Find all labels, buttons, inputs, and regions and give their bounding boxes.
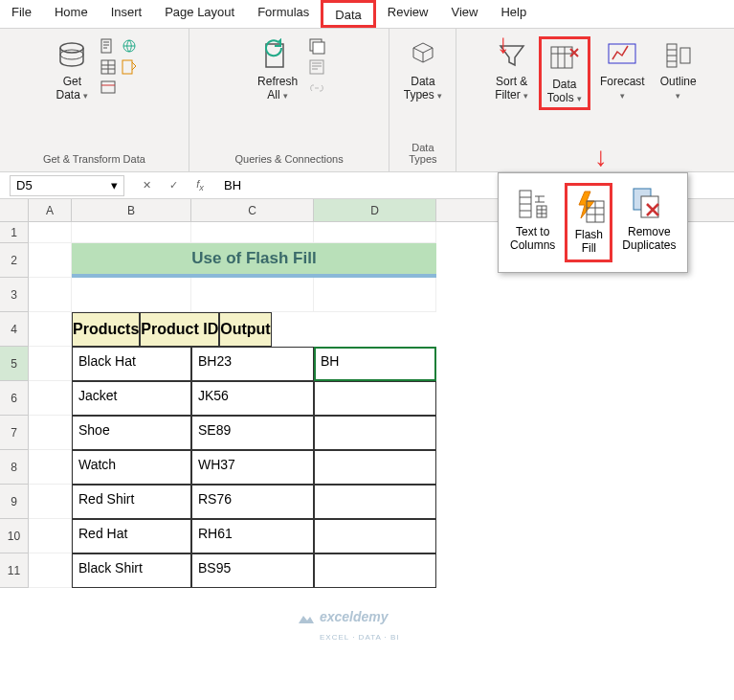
- cell-A11[interactable]: [29, 553, 72, 588]
- tab-home[interactable]: Home: [43, 0, 100, 28]
- title-cell[interactable]: Use of Flash Fill: [72, 243, 436, 278]
- enter-formula-icon[interactable]: ✓: [165, 177, 182, 194]
- outline-button[interactable]: Outline▾: [655, 36, 702, 104]
- chevron-down-icon: ▾: [577, 94, 582, 103]
- cell-B5[interactable]: Black Hat: [72, 347, 191, 381]
- cell-D7[interactable]: [314, 416, 436, 450]
- group-label-queries: Queries & Connections: [235, 153, 344, 168]
- tab-formulas[interactable]: Formulas: [246, 0, 321, 28]
- header-products[interactable]: Products: [72, 312, 140, 347]
- cell-D10[interactable]: [314, 519, 436, 553]
- cell-C11[interactable]: BS95: [191, 553, 314, 588]
- cell-D11[interactable]: [314, 553, 436, 588]
- edit-links-icon[interactable]: [307, 79, 326, 98]
- group-label-get-transform: Get & Transform Data: [43, 153, 145, 168]
- cell-C3[interactable]: [191, 278, 314, 312]
- cell-D6[interactable]: [314, 381, 436, 416]
- from-table-icon[interactable]: [99, 57, 118, 77]
- row-4: 4 Products Product ID Output: [0, 312, 734, 347]
- tab-review[interactable]: Review: [376, 0, 440, 28]
- header-output[interactable]: Output: [219, 312, 271, 347]
- properties-icon[interactable]: [307, 57, 326, 77]
- cell-D8[interactable]: [314, 450, 436, 485]
- cell-B1[interactable]: [72, 222, 191, 243]
- cell-C6[interactable]: JK56: [191, 381, 314, 416]
- row-header-6[interactable]: 6: [0, 381, 29, 416]
- cancel-formula-icon[interactable]: ✕: [138, 177, 155, 194]
- remove-duplicates-button[interactable]: RemoveDuplicates: [618, 183, 679, 262]
- cell-D3[interactable]: [314, 278, 436, 312]
- tab-pagelayout[interactable]: Page Layout: [153, 0, 246, 28]
- col-header-C[interactable]: C: [191, 199, 314, 221]
- svg-rect-9: [313, 42, 324, 54]
- row-header-7[interactable]: 7: [0, 416, 29, 450]
- cell-B6[interactable]: Jacket: [72, 381, 191, 416]
- select-all-corner[interactable]: [0, 199, 29, 221]
- cell-B8[interactable]: Watch: [72, 450, 191, 485]
- cell-A3[interactable]: [29, 278, 72, 312]
- cell-B9[interactable]: Red Shirt: [72, 485, 191, 519]
- cell-A6[interactable]: [29, 381, 72, 416]
- header-product-id[interactable]: Product ID: [140, 312, 219, 347]
- row-8: 8 Watch WH37: [0, 450, 734, 485]
- row-header-9[interactable]: 9: [0, 485, 29, 519]
- row-header-5[interactable]: 5: [0, 347, 29, 381]
- queries-connections-icon[interactable]: [307, 36, 326, 56]
- cell-A9[interactable]: [29, 485, 72, 519]
- cell-B7[interactable]: Shoe: [72, 416, 191, 450]
- cell-C1[interactable]: [191, 222, 314, 243]
- cell-D1[interactable]: [314, 222, 436, 243]
- ribbon: GetData ▾ Get & Transform Data: [0, 29, 734, 172]
- text-to-columns-button[interactable]: Text toColumns: [506, 183, 559, 262]
- cell-C10[interactable]: RH61: [191, 519, 314, 553]
- cell-B10[interactable]: Red Hat: [72, 519, 191, 553]
- cell-A5[interactable]: [29, 347, 72, 381]
- forecast-button[interactable]: Forecast▾: [594, 36, 651, 104]
- tab-data[interactable]: Data: [321, 0, 375, 28]
- cell-D5[interactable]: BH: [314, 347, 436, 381]
- row-header-8[interactable]: 8: [0, 450, 29, 485]
- row-header-10[interactable]: 10: [0, 519, 29, 553]
- sort-filter-button[interactable]: Sort &Filter ▾: [489, 36, 535, 104]
- get-data-label: GetData: [56, 75, 82, 102]
- row-header-11[interactable]: 11: [0, 553, 29, 588]
- col-header-B[interactable]: B: [72, 199, 191, 221]
- cell-B11[interactable]: Black Shirt: [72, 553, 191, 588]
- name-box[interactable]: D5 ▾: [10, 175, 124, 196]
- cell-A10[interactable]: [29, 519, 72, 553]
- data-tools-button[interactable]: DataTools ▾: [539, 36, 590, 110]
- cell-A8[interactable]: [29, 450, 72, 485]
- cell-A4[interactable]: [29, 312, 72, 347]
- watermark-subtext: EXCEL · DATA · BI: [320, 633, 400, 642]
- refresh-all-button[interactable]: RefreshAll ▾: [252, 36, 303, 104]
- formula-input[interactable]: [218, 176, 352, 194]
- cell-C9[interactable]: RS76: [191, 485, 314, 519]
- existing-connections-icon[interactable]: [99, 79, 118, 98]
- cell-D9[interactable]: [314, 485, 436, 519]
- cell-A7[interactable]: [29, 416, 72, 450]
- cell-A1[interactable]: [29, 222, 72, 243]
- cell-C7[interactable]: SE89: [191, 416, 314, 450]
- row-header-1[interactable]: 1: [0, 222, 29, 243]
- col-header-A[interactable]: A: [29, 199, 72, 221]
- recent-sources-icon[interactable]: [120, 57, 139, 77]
- col-header-D[interactable]: D: [314, 199, 436, 221]
- from-text-icon[interactable]: [99, 36, 118, 56]
- cell-A2[interactable]: [29, 243, 72, 278]
- tab-insert[interactable]: Insert: [100, 0, 154, 28]
- flash-fill-button[interactable]: FlashFill: [565, 183, 612, 262]
- get-data-button[interactable]: GetData ▾: [49, 36, 95, 104]
- row-header-2[interactable]: 2: [0, 243, 29, 278]
- from-web-icon[interactable]: [120, 36, 139, 56]
- cell-B3[interactable]: [72, 278, 191, 312]
- fx-icon[interactable]: fx: [191, 177, 209, 194]
- cell-C5[interactable]: BH23: [191, 347, 314, 381]
- row-header-3[interactable]: 3: [0, 278, 29, 312]
- row-header-4[interactable]: 4: [0, 312, 29, 347]
- tab-file[interactable]: File: [0, 0, 43, 28]
- tab-help[interactable]: Help: [489, 0, 538, 28]
- cell-C8[interactable]: WH37: [191, 450, 314, 485]
- ribbon-group-datatypes: DataTypes ▾ Data Types: [389, 29, 456, 171]
- tab-view[interactable]: View: [439, 0, 489, 28]
- data-types-button[interactable]: DataTypes ▾: [398, 36, 448, 104]
